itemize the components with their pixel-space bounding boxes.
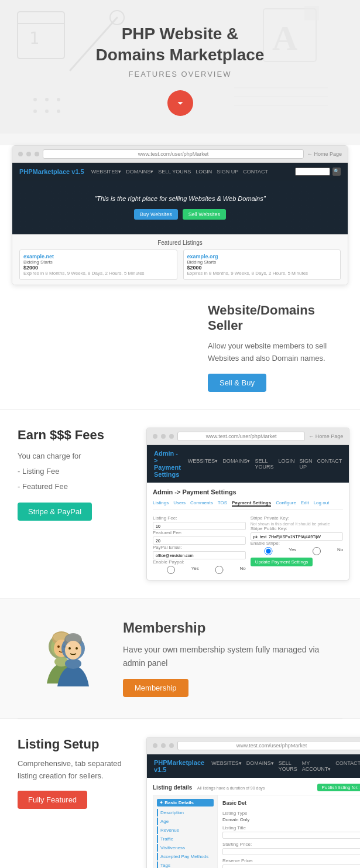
seller-right: Website/Domains Seller Allow your websit… — [208, 297, 342, 392]
tab-users[interactable]: Users — [173, 500, 186, 507]
hero-buttons: Buy Websites Sell Websites — [24, 209, 336, 220]
marketplace-nav: PHPMarketplace v1.5 WEBSITES▾ DOMAINS▾ S… — [12, 163, 348, 180]
sell-buy-button[interactable]: Sell & Buy — [208, 374, 266, 392]
stripe-public-field: Stripe Public Key: — [251, 526, 344, 541]
listing2-domain: example.org — [187, 254, 337, 259]
listing-text: Listing Setup Comprehensive, tab separat… — [18, 737, 135, 868]
listings-row: example.net Bidding Starts $2000 Expires… — [19, 250, 341, 280]
svg-point-13 — [57, 110, 60, 113]
hero-section: 1 A PHP Website & Domains Marketplace FE… — [0, 0, 360, 134]
stripe-yes-radio[interactable] — [251, 547, 287, 555]
paypal-yes-radio[interactable] — [153, 566, 189, 574]
tab-edit[interactable]: Edit — [301, 500, 309, 507]
paypal-no-radio[interactable] — [201, 566, 238, 574]
stripe-no-radio[interactable] — [299, 547, 335, 555]
tab-tos[interactable]: TOS — [218, 500, 227, 507]
browser-dot-1 — [18, 152, 23, 156]
listing-title-field: Listing Title — [222, 825, 360, 839]
svg-point-11 — [33, 110, 37, 113]
tab-basic-details[interactable]: ✦ Basic Details — [157, 799, 214, 807]
svg-point-4 — [110, 11, 124, 25]
update-payment-button[interactable]: Update Payment Settings — [251, 558, 313, 566]
browser-nav-label: ← Home Page — [307, 151, 342, 157]
tab-logout[interactable]: Log out — [314, 500, 330, 507]
hero-title: PHP Website & Domains Marketplace — [12, 23, 348, 66]
listing-dot-2 — [161, 743, 166, 748]
listing2-bidding: Bidding Starts — [187, 259, 337, 265]
nav-domains: DOMAINS▾ — [126, 169, 153, 175]
tab-tags[interactable]: Tags — [157, 862, 214, 868]
tab-listings[interactable]: Listings — [153, 500, 169, 507]
listing-type-value: Domain Only — [222, 817, 360, 822]
listing-fee-input[interactable] — [153, 522, 246, 530]
admin-logo: Admin -> Payment Settings — [154, 450, 181, 478]
stripe-private-label: Stripe Private Key: — [251, 515, 344, 521]
search-icon: 🔍 — [334, 169, 340, 174]
paypal-email-input[interactable] — [153, 551, 246, 559]
hero-subtitle: FEATURES OVERVIEW — [12, 70, 348, 78]
nav-signup: SIGN UP — [217, 169, 238, 175]
tab-description[interactable]: Description — [157, 809, 214, 816]
stripe-private-field: Stripe Private Key: Not shown in this de… — [251, 515, 344, 526]
stripe-paypal-button[interactable]: Stripe & PayPal — [18, 503, 92, 521]
seller-text: Allow your website members to sell Websi… — [208, 340, 342, 365]
right-payment-col: Stripe Private Key: Not shown in this de… — [251, 515, 344, 574]
publish-listing-button[interactable]: Publish listing for: $0 — [317, 784, 360, 791]
search-button[interactable]: 🔍 — [332, 168, 341, 176]
admin-nav: Admin -> Payment Settings WEBSITES▾ DOMA… — [147, 445, 349, 483]
listing-setup-section: Listing Setup Comprehensive, tab separat… — [0, 719, 360, 868]
featured-title: Featured Listings — [19, 240, 341, 246]
enable-paypal-label: Enable Paypal: — [153, 559, 246, 565]
listing-type-field: Listing Type Domain Only — [222, 811, 360, 822]
tab-payment-settings[interactable]: Payment Settings — [232, 500, 271, 507]
paypal-radio-group: Yes No — [153, 566, 246, 574]
svg-point-12 — [45, 110, 49, 113]
listing-browser-mockup: www.test.com/user/phpMarket ← Home Page … — [146, 737, 360, 868]
browser-dot-3 — [35, 152, 39, 156]
tab-visitiveness[interactable]: Visitiveness — [157, 844, 214, 852]
stripe-public-input[interactable] — [251, 532, 344, 541]
sell-websites-button[interactable]: Sell Websites — [183, 209, 226, 220]
admin-url-bar: www.test.com/user/phpMarket — [177, 432, 305, 441]
admin-payment-panel: Admin -> Payment Settings Listings Users… — [147, 483, 349, 580]
svg-point-23 — [57, 645, 60, 648]
tab-traffic[interactable]: Traffic — [157, 835, 214, 843]
listing-title-input[interactable] — [222, 832, 360, 839]
reserve-price-label: Reserve Price: — [222, 858, 360, 863]
nav-login: LOGIN — [196, 169, 212, 175]
featured-fee-input[interactable] — [153, 536, 246, 545]
buy-websites-button[interactable]: Buy Websites — [134, 209, 178, 220]
fees-heading: Earn $$$ Fees — [18, 428, 135, 443]
fees-description: You can charge for - Listing Fee - Featu… — [18, 449, 135, 494]
scroll-down-button[interactable] — [167, 90, 193, 116]
listing-card-1: example.net Bidding Starts $2000 Expires… — [19, 250, 177, 280]
svg-point-9 — [45, 98, 49, 101]
listing-nav-links: WEBSITES▾ DOMAINS▾ SELL YOURS MY ACCOUNT… — [211, 760, 360, 772]
listing1-expires: Expires in 8 Months, 9 Weeks, 8 Days, 2 … — [23, 271, 173, 276]
tab-revenue[interactable]: Revenue — [157, 826, 214, 834]
starting-price-input[interactable] — [222, 848, 360, 855]
reserve-price-input[interactable] — [222, 864, 360, 868]
fully-featured-button[interactable]: Fully Featured — [18, 791, 87, 809]
search-box[interactable] — [295, 168, 330, 176]
listing-type-label: Listing Type — [222, 811, 360, 816]
marketplace-hero-banner: "This is the right place for selling Web… — [12, 180, 348, 234]
listing-heading: Listing Setup — [18, 737, 135, 752]
fees-section: Earn $$$ Fees You can charge for - Listi… — [0, 409, 360, 598]
membership-button[interactable]: Membership — [123, 679, 188, 697]
tab-pay-methods[interactable]: Accepted Pay Methods — [157, 853, 214, 860]
listing-title-label: Listing Title — [222, 825, 360, 831]
admin-dot-1 — [153, 434, 157, 439]
svg-point-32 — [67, 644, 70, 647]
tab-configure[interactable]: Configure — [276, 500, 296, 507]
admin-dot-2 — [161, 434, 166, 439]
tab-comments[interactable]: Comments — [190, 500, 213, 507]
listing-action-buttons: Publish listing for: $0 New listing — [317, 784, 360, 791]
admin-nav-links: WEBSITES▾ DOMAINS▾ SELL YOURS LOGIN SIGN… — [188, 458, 342, 470]
featured-fee-field: Featured Fee: — [153, 530, 246, 545]
listing-form-column: Basic Det Listing Type Domain Only Listi… — [218, 795, 360, 868]
listing-two-col: ✦ Basic Details Description Age Revenue … — [153, 795, 360, 868]
svg-point-29 — [65, 641, 81, 659]
tab-age[interactable]: Age — [157, 818, 214, 825]
starting-price-field: Starting Price: — [222, 842, 360, 855]
